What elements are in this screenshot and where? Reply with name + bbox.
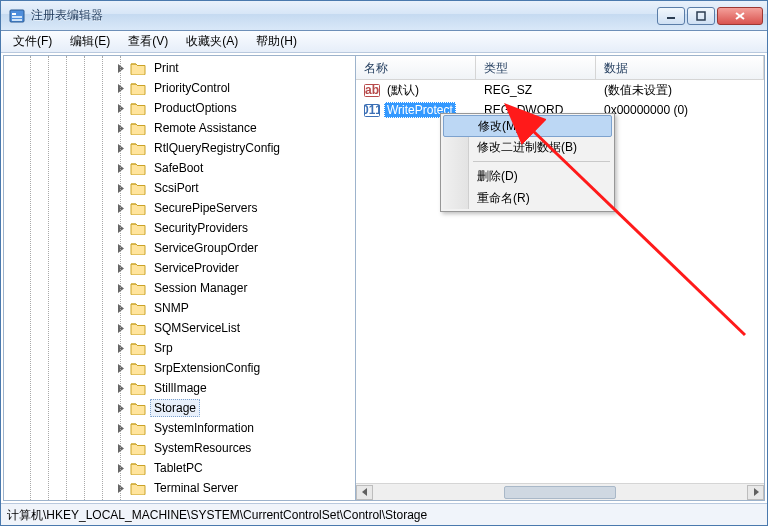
tree-item[interactable]: ScsiPort <box>4 178 355 198</box>
tree-item-label: ServiceProvider <box>150 259 243 277</box>
svg-marker-27 <box>118 444 124 453</box>
folder-icon <box>130 481 146 495</box>
svg-marker-11 <box>118 124 124 133</box>
horizontal-scrollbar[interactable] <box>356 483 764 500</box>
ctx-modify-binary-label: 修改二进制数据(B) <box>477 139 577 156</box>
expand-icon[interactable] <box>116 382 128 394</box>
ctx-modify-binary[interactable]: 修改二进制数据(B) <box>443 136 612 158</box>
value-data: 0x00000000 (0) <box>596 102 764 118</box>
svg-marker-9 <box>118 84 124 93</box>
tree-item[interactable]: Srp <box>4 338 355 358</box>
svg-marker-35 <box>754 488 759 496</box>
tree-item-label: SecurityProviders <box>150 219 252 237</box>
close-button[interactable] <box>717 7 763 25</box>
column-data[interactable]: 数据 <box>596 56 764 79</box>
expand-icon[interactable] <box>116 122 128 134</box>
menu-help[interactable]: 帮助(H) <box>248 31 305 52</box>
scroll-right-icon[interactable] <box>747 485 764 500</box>
svg-rect-2 <box>12 16 22 18</box>
tree-item[interactable]: SystemResources <box>4 438 355 458</box>
expand-icon[interactable] <box>116 242 128 254</box>
value-type: REG_SZ <box>476 82 596 98</box>
scroll-thumb[interactable] <box>504 486 616 499</box>
expand-icon[interactable] <box>116 202 128 214</box>
scroll-track[interactable] <box>373 485 747 500</box>
expand-icon[interactable] <box>116 462 128 474</box>
tree-item[interactable]: SQMServiceList <box>4 318 355 338</box>
menu-file[interactable]: 文件(F) <box>5 31 60 52</box>
tree-item[interactable]: Terminal Server <box>4 478 355 498</box>
expand-icon[interactable] <box>116 422 128 434</box>
maximize-button[interactable] <box>687 7 715 25</box>
folder-icon <box>130 461 146 475</box>
ctx-modify[interactable]: 修改(M)... <box>443 115 612 137</box>
ctx-delete[interactable]: 删除(D) <box>443 165 612 187</box>
folder-icon <box>130 141 146 155</box>
folder-icon <box>130 421 146 435</box>
svg-marker-26 <box>118 424 124 433</box>
expand-icon[interactable] <box>116 482 128 494</box>
ctx-delete-label: 删除(D) <box>477 168 518 185</box>
tree-item[interactable]: RtlQueryRegistryConfig <box>4 138 355 158</box>
tree-item[interactable]: Storage <box>4 398 355 418</box>
tree-item[interactable]: SecurityProviders <box>4 218 355 238</box>
svg-marker-19 <box>118 284 124 293</box>
expand-icon[interactable] <box>116 322 128 334</box>
expand-icon[interactable] <box>116 262 128 274</box>
tree-item[interactable]: Session Manager <box>4 278 355 298</box>
expand-icon[interactable] <box>116 442 128 454</box>
workarea: PrintPriorityControlProductOptionsRemote… <box>3 55 765 501</box>
menu-favorites[interactable]: 收藏夹(A) <box>178 31 246 52</box>
svg-marker-23 <box>118 364 124 373</box>
tree-pane[interactable]: PrintPriorityControlProductOptionsRemote… <box>4 56 356 500</box>
tree-item[interactable]: ProductOptions <box>4 98 355 118</box>
svg-rect-1 <box>12 13 16 15</box>
svg-text:011: 011 <box>364 103 380 117</box>
tree-item[interactable]: SecurePipeServers <box>4 198 355 218</box>
folder-icon <box>130 341 146 355</box>
ctx-rename-label: 重命名(R) <box>477 190 530 207</box>
expand-icon[interactable] <box>116 282 128 294</box>
tree-item[interactable]: Remote Assistance <box>4 118 355 138</box>
folder-icon <box>130 361 146 375</box>
tree-item[interactable]: StillImage <box>4 378 355 398</box>
menu-edit[interactable]: 编辑(E) <box>62 31 118 52</box>
tree-item[interactable]: SNMP <box>4 298 355 318</box>
tree-item[interactable]: ServiceProvider <box>4 258 355 278</box>
expand-icon[interactable] <box>116 342 128 354</box>
expand-icon[interactable] <box>116 142 128 154</box>
scroll-left-icon[interactable] <box>356 485 373 500</box>
ctx-rename[interactable]: 重命名(R) <box>443 187 612 209</box>
statusbar: 计算机\HKEY_LOCAL_MACHINE\SYSTEM\CurrentCon… <box>1 503 767 525</box>
menu-view[interactable]: 查看(V) <box>120 31 176 52</box>
tree-item[interactable]: TabletPC <box>4 458 355 478</box>
expand-icon[interactable] <box>116 62 128 74</box>
tree-item[interactable]: PriorityControl <box>4 78 355 98</box>
expand-icon[interactable] <box>116 162 128 174</box>
list-row[interactable]: ab(默认)REG_SZ(数值未设置) <box>356 80 764 100</box>
regedit-icon <box>9 8 25 24</box>
context-menu: 修改(M)... 修改二进制数据(B) 删除(D) 重命名(R) <box>440 113 615 212</box>
expand-icon[interactable] <box>116 82 128 94</box>
tree-item[interactable]: SrpExtensionConfig <box>4 358 355 378</box>
tree-item[interactable]: ServiceGroupOrder <box>4 238 355 258</box>
dword-value-icon: 011 <box>364 102 380 118</box>
svg-marker-29 <box>118 484 124 493</box>
folder-icon <box>130 121 146 135</box>
minimize-button[interactable] <box>657 7 685 25</box>
column-name[interactable]: 名称 <box>356 56 476 79</box>
expand-icon[interactable] <box>116 222 128 234</box>
expand-icon[interactable] <box>116 182 128 194</box>
tree-item-label: Terminal Server <box>150 479 242 497</box>
svg-rect-3 <box>12 19 22 21</box>
expand-icon[interactable] <box>116 102 128 114</box>
tree-item[interactable]: SafeBoot <box>4 158 355 178</box>
expand-icon[interactable] <box>116 362 128 374</box>
svg-text:ab: ab <box>365 83 379 97</box>
expand-icon[interactable] <box>116 402 128 414</box>
expand-icon[interactable] <box>116 302 128 314</box>
column-type[interactable]: 类型 <box>476 56 596 79</box>
tree-item[interactable]: Print <box>4 58 355 78</box>
ctx-modify-label: 修改(M)... <box>478 118 530 135</box>
tree-item[interactable]: SystemInformation <box>4 418 355 438</box>
